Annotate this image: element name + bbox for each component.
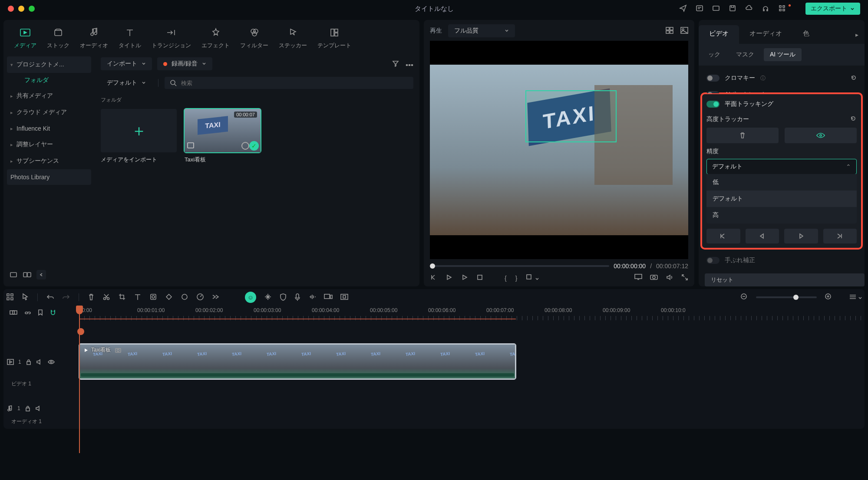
minimize-window-icon[interactable] — [18, 6, 24, 12]
audio-track-header[interactable]: 1 — [7, 405, 79, 412]
sparkle-icon[interactable] — [264, 293, 272, 302]
volume-icon[interactable] — [666, 274, 673, 282]
timeline-marker[interactable] — [77, 328, 84, 335]
import-media-button[interactable]: ＋ — [101, 109, 177, 152]
screen-icon[interactable] — [712, 4, 720, 13]
sidebar-subsequence[interactable]: ▸サブシーケンス — [7, 153, 91, 169]
tab-title[interactable]: タイトル — [113, 24, 146, 51]
tabs-scroll-right-icon[interactable]: ▸ — [855, 31, 865, 38]
sort-dropdown[interactable]: デフォルト — [101, 76, 152, 89]
search-field[interactable] — [181, 80, 408, 86]
sidebar-project-media[interactable]: ▾プロジェクトメ... — [7, 56, 91, 73]
delete-icon[interactable] — [88, 293, 95, 302]
crop-icon[interactable] — [118, 293, 126, 302]
timeline-chain-icon[interactable] — [23, 310, 31, 317]
audio-edit-icon[interactable] — [308, 293, 316, 302]
mark-out-button[interactable]: } — [515, 275, 518, 282]
lock-icon[interactable] — [25, 405, 31, 411]
speed-icon[interactable] — [196, 293, 204, 302]
grid-view-icon[interactable] — [666, 27, 673, 35]
tab-transition[interactable]: トランジション — [146, 24, 196, 51]
collapse-sidebar-button[interactable] — [36, 270, 46, 279]
more-tools-icon[interactable] — [212, 294, 219, 301]
record-dropdown[interactable]: 録画/録音 — [157, 57, 212, 70]
prev-frame-button[interactable] — [430, 274, 437, 282]
mute-icon[interactable] — [35, 405, 42, 411]
info-icon[interactable]: ⓘ — [760, 75, 766, 82]
reset-tracker-icon[interactable] — [850, 115, 857, 123]
play-forward-button[interactable] — [461, 274, 468, 282]
import-dropdown[interactable]: インポート — [101, 57, 152, 70]
scrub-bar[interactable] — [430, 265, 609, 267]
playhead[interactable] — [79, 306, 80, 453]
apps-icon[interactable] — [778, 4, 786, 13]
precision-option-default[interactable]: デフォルト — [706, 191, 857, 207]
redo-icon[interactable] — [62, 294, 70, 301]
mic-icon[interactable] — [294, 293, 300, 302]
ai-enhance-row[interactable]: AI動画補正ⓘ — [705, 269, 858, 271]
new-folder-icon[interactable] — [10, 271, 17, 279]
view-mode-icon[interactable] — [849, 294, 862, 301]
precision-option-low[interactable]: 低 — [706, 174, 857, 191]
timeline-magnet-icon[interactable] — [50, 309, 56, 317]
pointer-icon[interactable] — [22, 293, 29, 302]
tracking-box[interactable] — [525, 90, 617, 142]
zoom-slider[interactable] — [756, 296, 817, 298]
tab-media[interactable]: メディア — [9, 24, 42, 51]
precision-option-high[interactable]: 高 — [706, 207, 857, 224]
track-rewind-button[interactable] — [706, 229, 740, 243]
save-icon[interactable] — [729, 4, 736, 13]
tab-audio[interactable]: オーディオ — [75, 24, 113, 51]
chroma-key-toggle[interactable] — [706, 75, 719, 82]
mark-in-button[interactable]: { — [505, 275, 507, 282]
display-icon[interactable] — [634, 274, 642, 282]
planar-tracking-toggle[interactable] — [706, 101, 719, 108]
scrub-handle[interactable] — [430, 263, 435, 269]
send-icon[interactable] — [679, 4, 687, 13]
track-back-button[interactable] — [746, 229, 779, 243]
snapshot-icon[interactable] — [650, 274, 658, 282]
video-track-header[interactable]: 1 — [7, 359, 79, 365]
sidebar-folder[interactable]: フォルダ — [7, 73, 91, 88]
track-fastforward-button[interactable] — [823, 229, 857, 243]
track-forward-button[interactable] — [784, 229, 818, 243]
sidebar-cloud-media[interactable]: ▸クラウド メディア — [7, 104, 91, 121]
sidebar-influence-kit[interactable]: ▸Influence Kit — [7, 121, 91, 136]
undo-icon[interactable] — [46, 294, 54, 301]
play-button[interactable] — [446, 274, 452, 282]
zoom-out-icon[interactable] — [740, 293, 748, 302]
tab-template[interactable]: テンプレート — [312, 24, 356, 51]
sidebar-photos-library[interactable]: Photos Library — [7, 169, 91, 185]
mute-icon[interactable] — [36, 359, 43, 365]
precision-select[interactable]: デフォルト⌃ — [706, 159, 857, 174]
timeline-marker-icon[interactable] — [37, 309, 43, 317]
export-button[interactable]: エクスポート — [805, 3, 860, 15]
new-bin-icon[interactable] — [23, 271, 31, 279]
sidebar-adjust-layer[interactable]: ▸調整レイヤー — [7, 136, 91, 153]
ai-portrait-toggle[interactable] — [706, 91, 719, 93]
delete-tracker-button[interactable] — [706, 128, 779, 143]
zoom-handle[interactable] — [793, 295, 799, 300]
cut-icon[interactable] — [102, 293, 110, 302]
fullscreen-icon[interactable] — [681, 274, 688, 282]
video-clip[interactable]: Taxi看板 — [79, 344, 516, 379]
shield-icon[interactable] — [280, 293, 287, 302]
chroma-key-row[interactable]: クロマキーⓘ — [705, 70, 858, 86]
device-icon[interactable] — [324, 294, 333, 301]
preview-viewport[interactable]: TAXI — [430, 41, 688, 259]
sidebar-shared-media[interactable]: ▸共有メディア — [7, 88, 91, 104]
timeline-link-icon[interactable] — [10, 309, 17, 317]
lock-icon[interactable] — [26, 359, 32, 365]
headphones-icon[interactable] — [762, 4, 769, 13]
clip-add-icon[interactable] — [241, 142, 249, 150]
tab-effect[interactable]: エフェクト — [196, 24, 235, 51]
snap-icon[interactable] — [6, 293, 14, 302]
text-icon[interactable] — [134, 293, 142, 302]
reset-button[interactable]: リセット — [705, 273, 865, 286]
mask-tool-icon[interactable] — [149, 293, 157, 302]
timeline-ruler[interactable]: 00:00 00:00:01:00 00:00:02:00 00:00:03:0… — [79, 306, 865, 323]
tab-color[interactable]: 色 — [792, 25, 820, 44]
filter-icon[interactable] — [392, 59, 399, 69]
reset-icon[interactable] — [851, 75, 857, 82]
subtab-crop[interactable]: ック — [702, 48, 726, 61]
